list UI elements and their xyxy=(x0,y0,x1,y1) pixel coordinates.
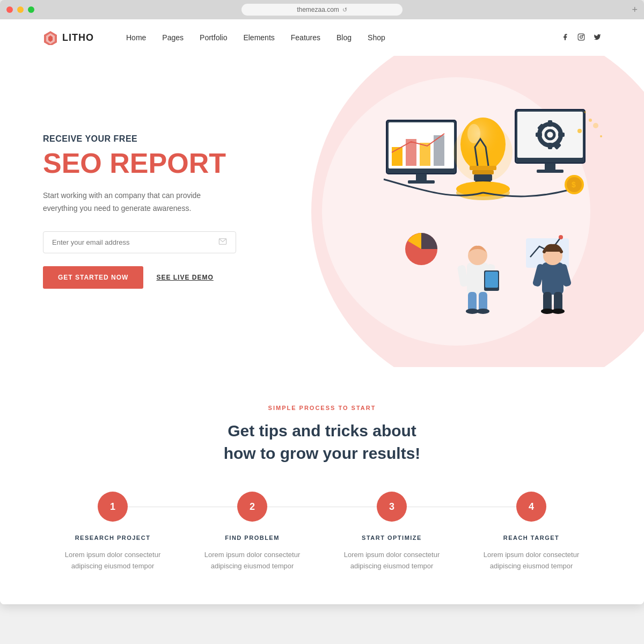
svg-point-39 xyxy=(559,235,563,239)
cta-buttons: GET STARTED NOW SEE LIVE DEMO xyxy=(43,266,236,289)
hero-title: SEO REPORT xyxy=(43,148,236,179)
steps-container: 1 RESEARCH PROJECT Lorem ipsum dolor con… xyxy=(43,492,601,572)
close-dot[interactable] xyxy=(6,6,13,13)
svg-rect-32 xyxy=(472,170,494,174)
step-desc-3: Lorem ipsum dolor consectetur adipiscing… xyxy=(333,550,451,572)
svg-rect-26 xyxy=(537,170,564,173)
svg-rect-20 xyxy=(548,143,552,149)
twitter-icon[interactable] xyxy=(594,33,601,42)
facebook-icon[interactable] xyxy=(561,33,569,42)
step-title-1: RESEARCH PROJECT xyxy=(75,535,151,541)
process-title: Get tips and tricks abouthow to grow you… xyxy=(43,420,601,465)
step-title-4: REACH TARGET xyxy=(503,535,560,541)
website-content: LITHO Home Pages Portfolio Elements Feat… xyxy=(0,19,644,604)
get-started-button[interactable]: GET STARTED NOW xyxy=(43,266,143,289)
logo-icon xyxy=(43,30,58,45)
step-1: 1 RESEARCH PROJECT Lorem ipsum dolor con… xyxy=(43,492,182,572)
svg-point-5 xyxy=(583,35,583,35)
email-form xyxy=(43,231,236,253)
nav-shop[interactable]: Shop xyxy=(368,33,385,42)
step-number-4: 4 xyxy=(516,492,546,522)
url-text: themezaa.com xyxy=(297,6,339,13)
svg-rect-21 xyxy=(536,133,542,137)
step-desc-1: Lorem ipsum dolor consectetur adipiscing… xyxy=(54,550,172,572)
hero-subtitle: RECEIVE YOUR FREE xyxy=(43,134,236,144)
reload-icon[interactable]: ↺ xyxy=(342,6,347,13)
process-section: SIMPLE PROCESS TO START Get tips and tri… xyxy=(0,367,644,604)
svg-rect-14 xyxy=(408,180,435,184)
step-title-3: START OPTIMIZE xyxy=(362,535,422,541)
new-tab-button[interactable]: + xyxy=(632,4,638,16)
hero-description: Start working with an company that can p… xyxy=(43,189,236,215)
nav-features[interactable]: Features xyxy=(291,33,320,42)
svg-point-18 xyxy=(546,130,554,139)
svg-rect-25 xyxy=(545,163,555,171)
svg-rect-13 xyxy=(416,174,427,181)
minimize-dot[interactable] xyxy=(17,6,24,13)
nav-pages[interactable]: Pages xyxy=(162,33,184,42)
browser-titlebar: themezaa.com ↺ + xyxy=(0,0,644,19)
step-number-2: 2 xyxy=(237,492,267,522)
address-bar[interactable]: themezaa.com ↺ xyxy=(241,4,402,16)
nav-links: Home Pages Portfolio Elements Features B… xyxy=(126,33,561,42)
logo-text: LITHO xyxy=(62,32,94,43)
see-live-demo-button[interactable]: SEE LIVE DEMO xyxy=(156,274,213,281)
svg-rect-19 xyxy=(548,120,552,127)
email-icon xyxy=(218,237,227,247)
svg-rect-22 xyxy=(558,133,565,137)
maximize-dot[interactable] xyxy=(28,6,34,13)
logo[interactable]: LITHO xyxy=(43,30,94,45)
nav-blog[interactable]: Blog xyxy=(336,33,352,42)
hero-section: RECEIVE YOUR FREE SEO REPORT Start worki… xyxy=(0,56,644,367)
step-desc-2: Lorem ipsum dolor consectetur adipiscing… xyxy=(193,550,311,572)
step-2: 2 FIND PROBLEM Lorem ipsum dolor consect… xyxy=(182,492,322,572)
step-4: 4 REACH TARGET Lorem ipsum dolor consect… xyxy=(462,492,601,572)
svg-point-64 xyxy=(584,111,586,113)
svg-point-61 xyxy=(577,129,582,133)
step-number-3: 3 xyxy=(377,492,407,522)
svg-point-60 xyxy=(552,309,565,314)
email-input[interactable] xyxy=(52,238,218,246)
svg-rect-11 xyxy=(420,143,430,166)
step-3: 3 START OPTIMIZE Lorem ipsum dolor conse… xyxy=(322,492,462,572)
step-title-2: FIND PROBLEM xyxy=(225,535,280,541)
svg-point-36 xyxy=(456,181,510,196)
svg-rect-31 xyxy=(470,166,496,170)
svg-point-30 xyxy=(467,124,480,143)
step-desc-4: Lorem ipsum dolor consectetur adipiscing… xyxy=(472,550,590,572)
navbar: LITHO Home Pages Portfolio Elements Feat… xyxy=(0,19,644,56)
svg-point-50 xyxy=(477,309,489,314)
svg-rect-3 xyxy=(578,34,584,40)
svg-rect-52 xyxy=(485,272,498,288)
step-number-1: 1 xyxy=(98,492,128,522)
nav-elements[interactable]: Elements xyxy=(243,33,274,42)
svg-rect-33 xyxy=(474,174,492,181)
hero-illustration: $ xyxy=(354,67,612,335)
instagram-icon[interactable] xyxy=(577,33,585,42)
svg-point-62 xyxy=(589,119,592,122)
browser-window: themezaa.com ↺ + LITHO Home Pages Portfo… xyxy=(0,0,644,604)
social-icons xyxy=(561,33,601,42)
svg-point-4 xyxy=(580,35,583,38)
hero-content: RECEIVE YOUR FREE SEO REPORT Start worki… xyxy=(0,102,279,321)
svg-point-65 xyxy=(593,123,598,128)
svg-point-63 xyxy=(600,135,602,137)
nav-home[interactable]: Home xyxy=(126,33,146,42)
svg-text:$: $ xyxy=(572,180,576,189)
nav-portfolio[interactable]: Portfolio xyxy=(200,33,227,42)
process-tag: SIMPLE PROCESS TO START xyxy=(43,405,601,411)
